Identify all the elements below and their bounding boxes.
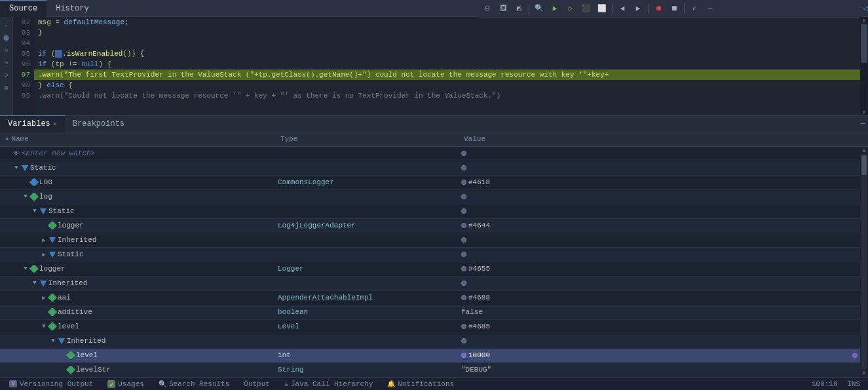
code-line-98: } else {	[34, 80, 860, 90]
row-log[interactable]: ▼ log	[0, 190, 860, 205]
row-logger-main[interactable]: ▼ logger Logger #4655	[0, 262, 860, 277]
status-tab-notifications[interactable]: 🔔 Notifications	[381, 378, 461, 390]
tab-variables[interactable]: Variables ✕	[0, 115, 65, 132]
status-tab-java-hierarchy[interactable]: ☕ Java Call Hierarchy	[278, 378, 379, 390]
row-aai[interactable]: ▶ aai AppenderAttachableImpl #4688	[0, 291, 860, 305]
logger-main-name: ▼ logger	[0, 265, 275, 273]
row-inherited-2[interactable]: ▼ Inherited	[0, 277, 860, 291]
status-tab-output[interactable]: Output	[237, 378, 276, 390]
vars-scroll-track[interactable]	[861, 155, 867, 369]
aai-icon	[48, 294, 57, 302]
side-icon-2[interactable]: ⬤	[1, 32, 12, 43]
row-static-logger[interactable]: ▶ Static	[0, 248, 860, 262]
toolbar-btn-step-over[interactable]: ▷	[563, 1, 578, 16]
toolbar-btn-dash[interactable]: —	[703, 1, 717, 16]
aai-val: #4688	[468, 294, 490, 302]
tab-source[interactable]: Source	[0, 0, 47, 17]
expand-level-level[interactable]: ▼	[41, 323, 47, 330]
toolbar-btn-2[interactable]: 🖼	[496, 1, 510, 16]
logger-main-val-icon	[461, 266, 466, 271]
status-tab-versioning[interactable]: V Versioning Output	[3, 378, 100, 390]
vars-scroll-down[interactable]: ▼	[862, 370, 865, 378]
sort-arrow-name: ▲	[5, 136, 9, 142]
tab-variables-close[interactable]: ✕	[53, 120, 57, 128]
toolbar-btn-record[interactable]: ⏺	[651, 1, 666, 16]
toolbar-btn-run[interactable]: ⬛	[579, 1, 594, 16]
tab-history[interactable]: History	[47, 0, 98, 17]
usages-icon: ↙	[107, 380, 115, 388]
row-static-top[interactable]: ▼ Static	[0, 161, 860, 176]
watch-value-icon	[461, 151, 466, 156]
main-layout: Source History ⊟ 🖼 ◩ 🔍 ▶ ▷ ⬛ ⬜ ◀ ▶ ⏺ ⏹ ✓…	[0, 0, 868, 390]
inherited-2-val-icon	[461, 281, 466, 286]
row-inherited-1[interactable]: ▶ Inherited	[0, 233, 860, 248]
row-inherited-level[interactable]: ▼ Inherited	[0, 334, 860, 349]
tab-breakpoints[interactable]: Breakpoints	[65, 115, 132, 132]
row-level-str[interactable]: ▶ levelStr String "DEBUG"	[0, 363, 860, 378]
toolbar-btn-back[interactable]: ◀	[615, 1, 630, 16]
code-right-scrollbar[interactable]: ▲ ▼	[860, 17, 868, 115]
status-tab-usages[interactable]: ↙ Usages	[101, 378, 151, 390]
expand-inherited-level[interactable]: ▼	[50, 338, 56, 344]
expand-static-log[interactable]: ▼	[31, 208, 38, 214]
log-const-val-icon	[461, 180, 466, 185]
status-tab-search[interactable]: 🔍 Search Results	[152, 378, 236, 390]
row-level-level[interactable]: ▼ level Level #4685	[0, 320, 860, 334]
side-icon-1[interactable]: ≡	[1, 20, 12, 30]
static-log-icon	[40, 208, 47, 214]
static-log-label: Static	[48, 207, 75, 215]
side-icon-3[interactable]: ◎	[1, 45, 12, 55]
vars-scroll-up[interactable]: ▲	[862, 147, 865, 155]
toolbar-btn-forward[interactable]: ▶	[631, 1, 645, 16]
toolbar-btn-1[interactable]: ⊟	[480, 1, 495, 16]
expand-static-logger[interactable]: ▶	[41, 251, 47, 258]
inherited-level-label: Inherited	[67, 337, 105, 345]
search-icon: 🔍	[159, 380, 166, 388]
toolbar-btn-check[interactable]: ✓	[687, 1, 702, 16]
code-scroll-up[interactable]: ▲	[860, 17, 868, 23]
vars-scroll-thumb[interactable]	[861, 155, 867, 175]
side-icon-5[interactable]: ⊞	[1, 69, 12, 80]
row-logger-log4j[interactable]: ▶ logger Log4jLoggerAdapter #4644	[0, 219, 860, 233]
col-header-name: ▲ Name	[0, 135, 275, 143]
static-log-name: ▼ Static	[0, 207, 275, 215]
level-str-icon	[66, 366, 75, 374]
toolbar-btn-3[interactable]: ◩	[512, 1, 526, 16]
expand-static-top[interactable]: ▼	[13, 165, 20, 171]
inherited-level-value	[459, 338, 860, 343]
static-top-label: Static	[30, 164, 56, 172]
level-level-icon	[48, 322, 57, 330]
toolbar-btn-zoom[interactable]: 🔍	[532, 1, 546, 16]
row-additive[interactable]: ▶ additive boolean false	[0, 305, 860, 320]
static-top-val-icon	[461, 165, 466, 170]
vars-right-scrollbar[interactable]: ▲ ▼	[860, 147, 868, 378]
level-str-type: String	[275, 366, 459, 374]
side-icon-4[interactable]: ⊡	[1, 57, 12, 68]
code-content[interactable]: msg = defaultMessage; } if ( .isWarnEnab…	[34, 17, 860, 115]
side-icon-6[interactable]: ▦	[1, 82, 12, 92]
toolbar-btn-stop[interactable]: ⏹	[667, 1, 681, 16]
expand-inherited-1[interactable]: ▶	[41, 237, 47, 244]
static-logger-name: ▶ Static	[0, 250, 275, 258]
row-log-const[interactable]: ▶ LOG CommonsLogger #4618	[0, 176, 860, 190]
code-scroll-down[interactable]: ▼	[860, 109, 868, 115]
row-level-int[interactable]: ▶ level int 10000	[0, 349, 860, 363]
static-top-value	[459, 165, 860, 170]
row-static-log[interactable]: ▼ Static	[0, 205, 860, 219]
expand-logger-main[interactable]: ▼	[22, 265, 29, 272]
side-panel-icons: ≡ ⬤ ◎ ⊡ ⊞ ▦	[0, 17, 13, 115]
watch-row[interactable]: 👁 <Enter new watch>	[0, 147, 860, 161]
toolbar-separator-4	[684, 3, 685, 14]
expand-inherited-2[interactable]: ▼	[31, 280, 38, 286]
toolbar-btn-step-into[interactable]: ▶	[548, 1, 562, 16]
log-icon	[29, 193, 39, 201]
log-const-icon	[29, 178, 39, 186]
panel-minimize-btn[interactable]: —	[861, 119, 865, 128]
status-bar: V Versioning Output ↙ Usages 🔍 Search Re…	[0, 378, 868, 390]
toolbar-corner[interactable]: ◁	[863, 3, 868, 14]
expand-aai[interactable]: ▶	[41, 294, 47, 302]
code-scroll-thumb[interactable]	[861, 24, 867, 63]
output-label: Output	[244, 380, 270, 388]
expand-log[interactable]: ▼	[22, 193, 29, 200]
toolbar-btn-4[interactable]: ⬜	[595, 1, 609, 16]
